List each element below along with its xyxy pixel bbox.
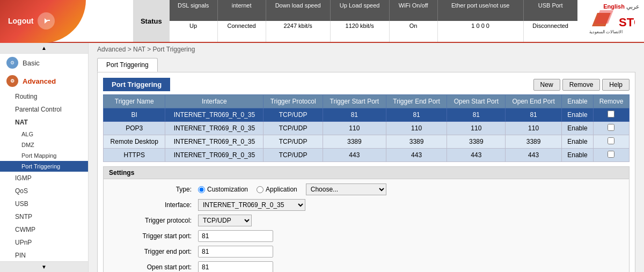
table-row[interactable]: HTTPSINTERNET_TR069_R_0_35TCP/UDP4434434… (104, 149, 630, 162)
help-circle-icon[interactable]: ? (109, 13, 125, 29)
sidebar-advanced-label: Advanced (23, 77, 56, 85)
sidebar-item-dmz[interactable]: DMZ (0, 139, 88, 150)
help-button[interactable]: Help (602, 79, 630, 91)
type-row: Type: Customization Application (112, 183, 620, 195)
open-start-label: Open start port: (112, 263, 198, 271)
sidebar-scroll-up[interactable]: ▲ (0, 43, 88, 54)
protocol-select[interactable]: TCP/UDP (198, 215, 252, 226)
status-val-usb: Disconnected (524, 21, 577, 42)
th-trigger-start: Trigger Start Port (323, 95, 386, 108)
breadcrumb: Advanced > NAT > Port Triggering (89, 43, 644, 56)
row-checkbox[interactable] (608, 124, 614, 131)
new-button[interactable]: New (533, 79, 560, 91)
interface-row: Interface: INTERNET_TR069_R_0_35 (112, 199, 620, 211)
logo: English عربي STC الاتصالات السعودية (577, 0, 644, 42)
svg-marker-4 (595, 10, 613, 24)
basic-icon: ⚙ (6, 57, 18, 69)
logout-section: Logout (0, 0, 80, 42)
application-option[interactable]: Application (257, 186, 297, 193)
sidebar-scroll-down[interactable]: ▼ (0, 261, 88, 272)
th-trigger-name: Trigger Name (104, 95, 165, 108)
table-row[interactable]: Remote DesktopINTERNET_TR069_R_0_35TCP/U… (104, 135, 630, 149)
pt-title: Port Triggering (103, 78, 170, 91)
row-checkbox[interactable] (608, 137, 614, 144)
trigger-start-row: Trigger start port: (112, 230, 620, 242)
th-open-start: Open Start Port (447, 95, 506, 108)
main-content-box: Port Triggering New Remove Help Trigger … (97, 72, 635, 272)
choose-select[interactable]: Choose... (306, 183, 386, 195)
trigger-end-label: Trigger end port: (112, 248, 198, 255)
table-row[interactable]: POP3INTERNET_TR069_R_0_35TCP/UDP11011011… (104, 122, 630, 135)
th-remove: Remove (593, 95, 629, 108)
settings-body: Type: Customization Application (104, 179, 629, 272)
trigger-end-input[interactable] (198, 246, 273, 258)
remove-button[interactable]: Remove (562, 79, 601, 91)
interface-label: Interface: (112, 201, 198, 209)
application-radio[interactable] (257, 186, 264, 193)
language-selector: English عربي (603, 3, 640, 10)
status-val-ether: 1 0 0 0 (438, 21, 524, 42)
pt-toolbar: Port Triggering New Remove Help (103, 78, 630, 91)
sidebar-item-port-mapping[interactable]: Port Mapping (0, 150, 88, 161)
customization-option[interactable]: Customization (198, 186, 248, 193)
sidebar-item-port-triggering[interactable]: Port Triggering (0, 161, 88, 172)
sidebar-item-advanced[interactable]: ⚙ Advanced (0, 72, 88, 90)
th-interface: Interface (165, 95, 264, 108)
sidebar-item-qos[interactable]: QoS (0, 185, 88, 197)
sidebar-item-igmp[interactable]: IGMP (0, 172, 88, 185)
customization-radio[interactable] (198, 186, 205, 193)
application-label: Application (266, 186, 297, 193)
protocol-label: Trigger protocol: (112, 217, 198, 224)
status-header-dsl: DSL signals (170, 0, 218, 21)
status-label: Status (133, 0, 170, 42)
sidebar-item-parental-control[interactable]: Parental Control (0, 103, 88, 116)
th-protocol: Trigger Protocol (264, 95, 323, 108)
row-checkbox[interactable] (608, 151, 614, 158)
status-val-dsl: Up (170, 21, 218, 42)
sidebar-item-upnp[interactable]: UPnP (0, 236, 88, 249)
tab-bar: Port Triggering (89, 56, 644, 72)
svg-text:STC: STC (619, 16, 635, 29)
lang-arabic[interactable]: عربي (626, 3, 640, 10)
status-header-row: DSL signals internet Down load speed Up … (170, 0, 577, 21)
settings-title: Settings (104, 167, 629, 179)
pt-buttons: New Remove Help (533, 79, 630, 91)
table-row[interactable]: BIINTERNET_TR069_R_0_35TCP/UDP81818181En… (104, 108, 630, 122)
svg-rect-0 (47, 20, 50, 21)
status-val-internet: Connected (218, 21, 266, 42)
stc-logo-icon: STC الاتصالات السعودية (587, 8, 635, 34)
lang-english[interactable]: English (603, 3, 625, 10)
trigger-start-label: Trigger start port: (112, 232, 198, 240)
trigger-start-input[interactable] (198, 230, 273, 242)
status-header-internet: internet (218, 0, 266, 21)
sidebar-item-routing[interactable]: Routing (0, 90, 88, 103)
sidebar-item-basic[interactable]: ⚙ Basic (0, 54, 88, 72)
status-header-wifi: WiFi On/off (390, 0, 438, 21)
protocol-row: Trigger protocol: TCP/UDP (112, 215, 620, 226)
type-label: Type: (112, 186, 198, 193)
sidebar-item-nat[interactable]: NAT (0, 116, 88, 129)
open-start-row: Open start port: (112, 261, 620, 272)
help-section: Help ? (80, 0, 133, 42)
status-area: Status DSL signals internet Down load sp… (133, 0, 577, 42)
status-header-down: Down load speed (266, 0, 331, 21)
sidebar-item-cwmp[interactable]: CWMP (0, 223, 88, 236)
interface-select[interactable]: INTERNET_TR069_R_0_35 (198, 199, 305, 211)
sidebar-item-alg[interactable]: ALG (0, 129, 88, 139)
open-start-input[interactable] (198, 261, 273, 272)
tab-port-triggering[interactable]: Port Triggering (97, 58, 158, 72)
sidebar-item-pin[interactable]: PIN (0, 249, 88, 261)
customization-label: Customization (207, 186, 248, 193)
logout-arrow-icon[interactable] (38, 12, 55, 30)
type-options: Customization Application Choose... (198, 183, 386, 195)
th-open-end: Open End Port (506, 95, 562, 108)
advanced-icon: ⚙ (6, 75, 18, 87)
help-label: Help (89, 17, 105, 25)
sidebar-item-usb[interactable]: USB (0, 197, 88, 210)
logout-label[interactable]: Logout (8, 17, 33, 25)
status-data-row: Up Connected 2247 kbit/s 1120 kbit/s On … (170, 21, 577, 42)
sidebar-item-sntp[interactable]: SNTP (0, 210, 88, 223)
settings-box: Settings Type: Customization App (103, 166, 630, 272)
sidebar: ▲ ⚙ Basic ⚙ Advanced Routing Parental Co… (0, 43, 89, 272)
row-checkbox[interactable] (608, 111, 614, 117)
